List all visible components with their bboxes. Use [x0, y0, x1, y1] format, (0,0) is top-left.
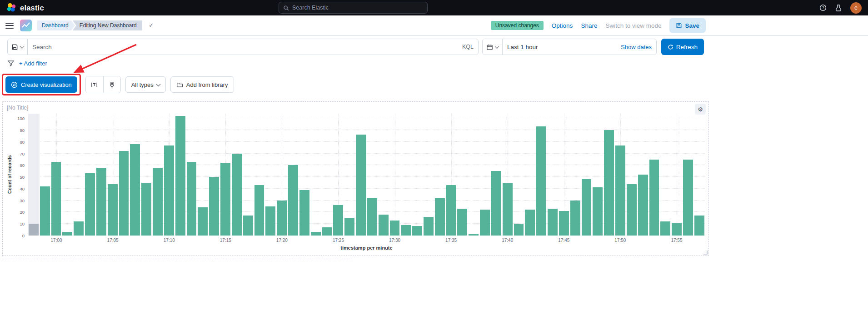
chart-bar[interactable] [344, 218, 354, 236]
save-button[interactable]: Save [669, 18, 706, 33]
chart-bar[interactable] [615, 145, 625, 236]
chart-bar[interactable] [660, 221, 670, 236]
chart-bar[interactable] [74, 221, 84, 236]
map-tool-button[interactable] [103, 76, 120, 93]
panel-resize-handle[interactable] [703, 250, 708, 255]
chart-bar[interactable] [85, 173, 95, 236]
add-from-library-button[interactable]: Add from library [170, 76, 234, 93]
date-quick-select-button[interactable] [483, 39, 503, 55]
chart-bar[interactable] [525, 210, 535, 236]
map-pin-icon [109, 81, 115, 88]
chart-bar[interactable] [119, 151, 129, 236]
next-panel-border [2, 259, 352, 259]
global-search-input[interactable] [292, 5, 423, 11]
chart-bar[interactable] [570, 201, 580, 236]
chart-bar[interactable] [672, 223, 682, 236]
chart-bar[interactable] [277, 201, 287, 236]
chart-bar[interactable] [356, 135, 366, 236]
chart-bar[interactable] [582, 179, 592, 236]
global-header: elastic ? e [0, 0, 868, 15]
breadcrumb-item-dashboard[interactable]: Dashboard [37, 20, 75, 30]
chart-bar[interactable] [62, 232, 72, 236]
global-search[interactable] [279, 2, 428, 14]
add-filter-button[interactable]: + Add filter [19, 60, 47, 67]
beaker-icon[interactable] [835, 4, 842, 11]
chart-bar[interactable] [288, 165, 298, 236]
chart-bar[interactable] [604, 130, 614, 236]
share-button[interactable]: Share [581, 22, 597, 29]
chart-bar[interactable] [108, 184, 118, 236]
chart-bar[interactable] [299, 190, 309, 236]
y-tick-label: 80 [20, 139, 25, 144]
text-tool-button[interactable] [86, 76, 103, 93]
saved-query-menu-button[interactable] [7, 39, 28, 55]
help-icon[interactable]: ? [819, 4, 827, 11]
chart-bar[interactable] [627, 184, 637, 236]
time-range-value[interactable]: Last 1 hour [503, 39, 616, 55]
chart-bar[interactable] [243, 216, 253, 236]
chart-bar[interactable] [503, 183, 513, 236]
saved-query-icon [11, 44, 18, 50]
chart-bar[interactable] [480, 210, 490, 236]
chart-bar[interactable] [593, 187, 603, 236]
menu-button[interactable] [5, 23, 14, 29]
filter-icon[interactable] [7, 60, 15, 67]
chart-bar[interactable] [254, 185, 264, 236]
y-tick-label: 40 [20, 186, 25, 191]
chart-bar[interactable] [379, 215, 389, 236]
chart-bar[interactable] [514, 224, 524, 236]
chart-bar[interactable] [536, 126, 546, 236]
chart-bar[interactable] [220, 163, 230, 236]
chart-bar[interactable] [390, 221, 400, 236]
chart-bar[interactable] [548, 209, 558, 236]
chart-bar[interactable] [175, 116, 185, 236]
chart-bar[interactable] [153, 168, 163, 236]
chart-bar[interactable] [424, 217, 434, 236]
switch-to-view-mode-button[interactable]: Switch to view mode [605, 22, 661, 29]
chart-bar[interactable] [559, 211, 569, 236]
chart-bar[interactable] [412, 226, 422, 236]
create-visualization-button[interactable]: Create visualization [5, 76, 77, 93]
breadcrumb-item-current[interactable]: Editing New Dashboard [73, 20, 142, 30]
chart-bar[interactable] [649, 160, 659, 236]
chart-bar[interactable] [198, 207, 208, 236]
show-dates-button[interactable]: Show dates [616, 39, 656, 55]
x-tick-label: 17:35 [445, 238, 457, 243]
chart-bar[interactable] [130, 144, 140, 236]
chart-bar[interactable] [141, 183, 151, 236]
chart-bar[interactable] [311, 232, 321, 236]
x-tick-label: 17:30 [389, 238, 400, 243]
panel-settings-button[interactable]: ⚙ [695, 104, 706, 115]
kql-language-button[interactable]: KQL [459, 44, 474, 50]
chart-bar[interactable] [333, 205, 343, 236]
elastic-logo[interactable]: elastic [6, 3, 44, 13]
chart-bar[interactable] [457, 209, 467, 236]
refresh-button[interactable]: Refresh [661, 39, 704, 55]
chart-bar[interactable] [446, 185, 456, 236]
chart-bar[interactable] [435, 198, 445, 236]
all-types-dropdown[interactable]: All types [125, 76, 166, 93]
user-avatar[interactable]: e [850, 2, 862, 14]
chart-bar[interactable] [232, 154, 242, 236]
query-bar: KQL Last 1 hour Show dates [0, 36, 711, 67]
chart-bar[interactable] [40, 186, 50, 236]
chart-bar[interactable] [322, 227, 332, 236]
chart-bar[interactable] [29, 224, 39, 236]
chart-bar[interactable] [694, 216, 704, 236]
chart-bar[interactable] [683, 160, 693, 236]
chart-x-ticks: 17:0017:0517:1017:1517:2017:2517:3017:35… [28, 236, 705, 244]
chart-bar[interactable] [164, 145, 174, 236]
chart-bar[interactable] [401, 225, 411, 236]
chart-bar[interactable] [265, 206, 275, 236]
query-search-input[interactable] [32, 44, 459, 50]
chart-bar[interactable] [367, 198, 377, 236]
y-tick-label: 20 [20, 210, 25, 215]
chart-bar[interactable] [638, 175, 648, 236]
chart-bar[interactable] [209, 177, 219, 236]
panel-title: [No Title] [7, 105, 28, 111]
chart-bar[interactable] [51, 162, 61, 236]
chart-bar[interactable] [187, 162, 197, 236]
chart-bar[interactable] [491, 171, 501, 236]
options-button[interactable]: Options [552, 22, 573, 29]
chart-bar[interactable] [96, 168, 106, 236]
